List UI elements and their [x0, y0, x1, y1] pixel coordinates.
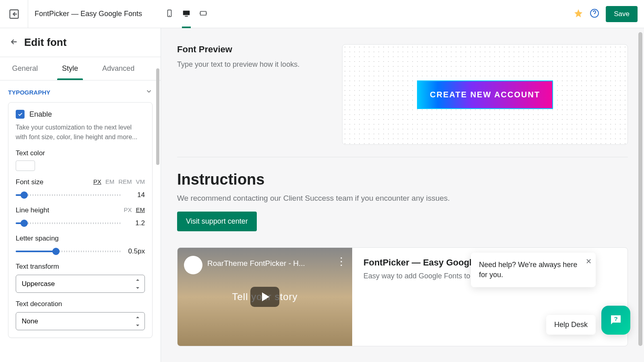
tab-advanced[interactable]: Advanced: [90, 57, 147, 80]
sidebar: Edit font General Style Advanced TYPOGRA…: [0, 28, 161, 362]
lh-unit-em[interactable]: EM: [136, 206, 145, 213]
top-bar: FontPicker — Easy Google Fonts Save: [0, 0, 644, 28]
exit-icon: [8, 8, 20, 20]
font-preview-sub: Type your text to preview how it looks.: [177, 60, 326, 69]
text-decoration-label: Text decoration: [16, 300, 145, 308]
unit-vm[interactable]: VM: [136, 178, 145, 185]
back-button[interactable]: [10, 37, 19, 48]
help-desk-button[interactable]: Help Desk: [546, 315, 596, 335]
letter-spacing-slider[interactable]: [16, 248, 122, 255]
save-button[interactable]: Save: [606, 6, 638, 22]
svg-rect-3: [183, 10, 190, 15]
instructions-sub: We recommend contacting our Client Succe…: [177, 194, 628, 203]
tab-general[interactable]: General: [0, 57, 50, 80]
text-decoration-select[interactable]: None: [16, 312, 145, 330]
letter-spacing-value: 0.5px: [127, 247, 145, 255]
typography-card: Enable Take your customization to the ne…: [8, 102, 153, 338]
mobile-icon: [165, 9, 174, 18]
enable-help-text: Take your customization to the next leve…: [16, 123, 145, 142]
question-icon: [590, 8, 599, 18]
svg-text:?: ?: [614, 315, 617, 322]
chat-tooltip: Need help? We're always here for you. ✕: [471, 253, 596, 287]
text-transform-select[interactable]: Uppercase: [16, 275, 145, 293]
app-title: FontPicker — Easy Google Fonts: [28, 10, 157, 18]
play-button[interactable]: [250, 287, 279, 307]
fullwidth-icon: [199, 9, 208, 18]
typography-label: TYPOGRAPHY: [8, 89, 50, 96]
text-transform-label: Text transform: [16, 263, 145, 271]
sidebar-tabs: General Style Advanced: [0, 57, 161, 80]
svg-rect-4: [185, 16, 188, 16]
font-preview-title: Font Preview: [177, 44, 326, 55]
arrow-left-icon: [10, 37, 19, 46]
channel-avatar: [184, 256, 202, 274]
content-scrollbar[interactable]: [638, 32, 642, 346]
video-thumbnail[interactable]: RoarTheme FontPicker - H... ⋮ Tell your …: [178, 248, 352, 346]
visit-support-button[interactable]: Visit support center: [177, 212, 257, 231]
lh-unit-px[interactable]: PX: [124, 206, 132, 213]
font-size-value: 14: [127, 191, 145, 199]
svg-rect-5: [200, 11, 206, 15]
tab-style[interactable]: Style: [50, 57, 90, 80]
font-size-slider[interactable]: [16, 191, 122, 199]
check-icon: [17, 111, 23, 117]
line-height-slider[interactable]: [16, 220, 122, 227]
close-tooltip-button[interactable]: ✕: [586, 257, 592, 267]
enable-label: Enable: [29, 110, 52, 119]
favorite-button[interactable]: [574, 8, 583, 20]
device-mobile-button[interactable]: [165, 9, 174, 19]
device-desktop-button[interactable]: [182, 9, 191, 19]
sidebar-title: Edit font: [24, 36, 66, 49]
unit-px[interactable]: PX: [93, 178, 101, 185]
chat-icon: ?: [609, 313, 623, 327]
enable-checkbox[interactable]: [16, 110, 25, 119]
font-size-label: Font size PX EM REM VM: [16, 178, 145, 186]
preview-canvas: CREATE NEW ACCOUNT: [342, 44, 628, 145]
typography-section-header[interactable]: TYPOGRAPHY: [8, 88, 153, 97]
desktop-icon: [182, 9, 191, 18]
device-toggle-group: [165, 9, 208, 19]
text-color-label: Text color: [16, 149, 145, 157]
video-embed-title: RoarTheme FontPicker - H...: [207, 259, 305, 268]
chat-fab[interactable]: ?: [601, 306, 630, 335]
video-menu-icon[interactable]: ⋮: [336, 259, 347, 264]
line-height-value: 1.2: [127, 219, 145, 227]
unit-em[interactable]: EM: [105, 178, 115, 185]
text-color-swatch[interactable]: [16, 160, 35, 171]
star-icon: [574, 8, 583, 18]
content-area: Font Preview Type your text to preview h…: [161, 28, 644, 362]
exit-button[interactable]: [0, 0, 28, 28]
unit-rem[interactable]: REM: [118, 178, 132, 185]
instructions-title: Instructions: [177, 171, 628, 188]
letter-spacing-label: Letter spacing: [16, 234, 145, 243]
sidebar-scrollbar[interactable]: [156, 68, 159, 165]
help-button[interactable]: [590, 8, 599, 20]
preview-cta-button[interactable]: CREATE NEW ACCOUNT: [417, 80, 553, 109]
device-fullwidth-button[interactable]: [199, 9, 208, 19]
line-height-label: Line height PX EM: [16, 206, 145, 214]
chevron-down-icon: [145, 88, 153, 95]
